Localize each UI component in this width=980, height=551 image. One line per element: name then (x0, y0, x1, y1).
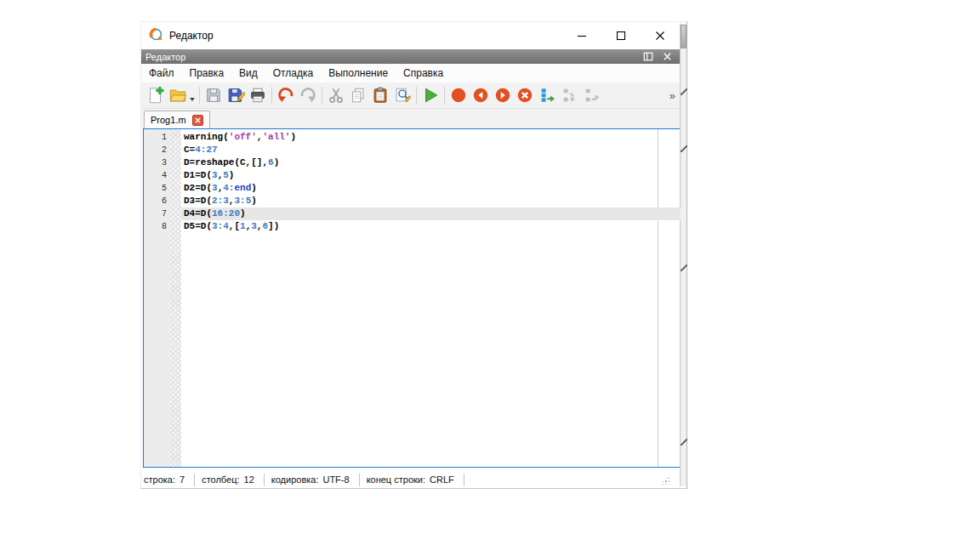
next-breakpoint-icon (493, 86, 512, 105)
line-number[interactable]: 2 (144, 144, 167, 156)
code-token-plain: D=reshape(C,[], (184, 157, 268, 168)
code-token-number: 3:5 (234, 196, 251, 206)
save-file-button[interactable] (202, 84, 225, 106)
redo-button[interactable] (297, 84, 319, 106)
code-token-plain: D5=D( (184, 221, 212, 231)
toolbar-separator (322, 87, 322, 104)
code-token-keyword: end (234, 183, 251, 193)
open-file-button[interactable] (167, 84, 189, 106)
print-button[interactable] (247, 84, 269, 106)
code-token-number: 6 (268, 157, 274, 168)
toolbar-separator (416, 87, 417, 104)
open-file-icon (168, 86, 187, 105)
scroll-thumb[interactable] (681, 25, 687, 48)
remove-breakpoints-icon (516, 86, 534, 105)
line-number-gutter[interactable]: 12345678 (144, 129, 170, 467)
status-value: CRLF (430, 474, 454, 485)
undock-icon[interactable] (642, 51, 654, 62)
menu-item-2[interactable]: Вид (231, 65, 265, 82)
remove-breakpoints-button[interactable] (514, 84, 536, 106)
tab-bar: Prog1.m (141, 109, 680, 128)
menu-item-5[interactable]: Справка (396, 65, 451, 82)
resize-grip[interactable] (660, 475, 669, 485)
status-separator (264, 474, 265, 486)
run-file-button[interactable] (419, 84, 442, 106)
line-number[interactable]: 6 (144, 195, 167, 207)
new-file-button[interactable] (145, 84, 167, 106)
line-number[interactable]: 8 (144, 220, 167, 233)
code-token-plain: ]) (268, 221, 279, 231)
line-number[interactable]: 1 (144, 131, 167, 144)
code-line-7[interactable]: D4=D(16:20) (181, 207, 681, 220)
find-replace-icon (393, 86, 412, 105)
breakpoint-margin[interactable] (170, 129, 181, 467)
status-value: 7 (179, 474, 185, 485)
undo-button[interactable] (275, 84, 297, 106)
step-button[interactable] (536, 84, 558, 106)
next-breakpoint-button[interactable] (492, 84, 514, 106)
maximize-button[interactable] (601, 22, 641, 49)
status-field-1: столбец:12 (202, 474, 271, 486)
toolbar-separator (271, 87, 272, 104)
status-label: конец строки: (367, 474, 425, 485)
code-line-6[interactable]: D3=D(2:3,3:5) (181, 195, 681, 207)
code-token-plain: D1=D( (184, 170, 212, 180)
status-separator (194, 474, 195, 486)
code-token-number: 3:4 (212, 221, 229, 231)
code-line-1[interactable]: warning('off','all') (181, 131, 681, 144)
cut-button[interactable] (325, 84, 347, 106)
menu-item-1[interactable]: Правка (182, 65, 232, 82)
previous-breakpoint-button[interactable] (470, 84, 492, 106)
window-title: Редактор (169, 30, 214, 42)
line-number[interactable]: 7 (144, 207, 167, 220)
status-bar: строка:7столбец:12кодировка:UTF-8конец с… (144, 471, 680, 488)
print-icon (248, 86, 267, 105)
line-number[interactable]: 5 (144, 182, 167, 195)
code-token-plain: ) (274, 157, 280, 168)
save-file-as-button[interactable] (225, 84, 247, 106)
code-line-2[interactable]: C=4:27 (181, 144, 681, 156)
tab-close-icon[interactable] (192, 115, 203, 126)
step-out-button[interactable] (580, 84, 602, 106)
code-line-8[interactable]: D5=D(3:4,[1,3,6]) (181, 220, 681, 233)
menu-item-3[interactable]: Отладка (265, 65, 321, 82)
code-editor: 12345678 warning('off','all')C=4:27D=res… (143, 128, 681, 468)
toggle-breakpoint-icon (449, 86, 468, 105)
octave-logo-icon (149, 27, 163, 45)
paste-button[interactable] (369, 84, 391, 106)
toolbar-separator (199, 87, 200, 104)
menu-item-0[interactable]: Файл (141, 65, 182, 82)
code-token-number: 5 (223, 170, 229, 180)
line-number[interactable]: 3 (144, 156, 167, 169)
minimize-button[interactable] (562, 22, 601, 49)
close-button[interactable] (641, 22, 680, 49)
toolbar-separator (444, 87, 445, 104)
code-line-5[interactable]: D2=D(3,4:end) (181, 182, 681, 195)
open-file-dropdown-caret-icon[interactable] (190, 98, 195, 101)
code-token-number: 3 (212, 170, 218, 180)
line-number[interactable]: 4 (144, 169, 167, 182)
status-label: кодировка: (271, 474, 319, 485)
step-in-button[interactable] (558, 84, 580, 106)
tab-prog1m[interactable]: Prog1.m (144, 111, 210, 128)
status-value: 12 (244, 474, 254, 485)
status-field-2: кодировка:UTF-8 (271, 474, 367, 486)
window-titlebar[interactable]: Редактор (141, 22, 680, 49)
edge-mark (681, 88, 687, 95)
editor-window: Редактор Редактор (140, 21, 687, 489)
copy-button[interactable] (347, 84, 369, 106)
dock-titlebar[interactable]: Редактор (141, 49, 680, 64)
step-out-icon (582, 86, 601, 105)
code-token-plain: C= (184, 145, 195, 155)
toolbar-overflow-chevron[interactable]: » (669, 89, 675, 102)
code-area[interactable]: warning('off','all')C=4:27D=reshape(C,[]… (181, 129, 681, 467)
code-line-3[interactable]: D=reshape(C,[],6) (181, 156, 681, 169)
menu-item-4[interactable]: Выполнение (321, 65, 396, 82)
dock-close-icon[interactable] (661, 51, 673, 62)
code-line-4[interactable]: D1=D(3,5) (181, 169, 681, 182)
menu-bar: ФайлПравкаВидОтладкаВыполнениеСправка (141, 64, 680, 82)
find-replace-button[interactable] (391, 84, 413, 106)
code-token-number: 1 (240, 221, 246, 231)
right-scroll-strip[interactable] (680, 24, 687, 486)
toggle-breakpoint-button[interactable] (447, 84, 470, 106)
